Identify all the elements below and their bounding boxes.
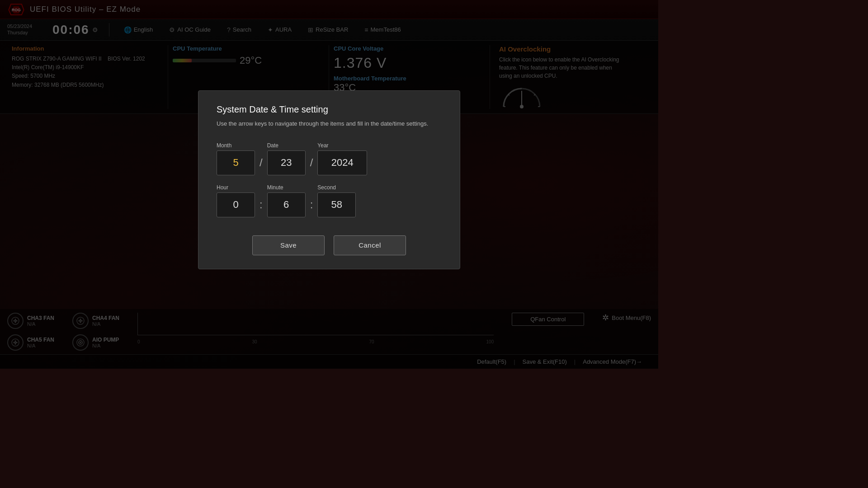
save-button[interactable]: Save: [252, 235, 325, 255]
year-label: Year: [317, 142, 367, 149]
minute-group: Minute: [267, 184, 306, 217]
date-sep-1: /: [259, 148, 263, 169]
hour-group: Hour: [217, 184, 255, 217]
second-label: Second: [317, 184, 356, 191]
minute-label: Minute: [267, 184, 306, 191]
time-sep-1: :: [259, 190, 263, 211]
button-row: Save Cancel: [217, 235, 442, 255]
datetime-modal: System Date & Time setting Use the arrow…: [198, 90, 460, 269]
date-label: Date: [267, 142, 306, 149]
modal-overlay: System Date & Time setting Use the arrow…: [0, 0, 658, 369]
month-group: Month: [217, 142, 255, 175]
month-label: Month: [217, 142, 255, 149]
month-input[interactable]: [217, 150, 255, 175]
modal-title: System Date & Time setting: [217, 104, 442, 115]
date-time-grid: Month / Date / Year Hour: [217, 142, 442, 217]
time-sep-2: :: [310, 190, 313, 211]
hour-input[interactable]: [217, 192, 255, 217]
date-group: Date: [267, 142, 306, 175]
date-sep-2: /: [310, 148, 313, 169]
second-group: Second: [317, 184, 356, 217]
minute-input[interactable]: [267, 192, 306, 217]
year-input[interactable]: [317, 150, 367, 175]
time-field-row: Hour : Minute : Second: [217, 184, 442, 217]
date-input[interactable]: [267, 150, 306, 175]
cancel-button[interactable]: Cancel: [334, 235, 406, 255]
hour-label: Hour: [217, 184, 255, 191]
date-field-row: Month / Date / Year: [217, 142, 442, 175]
year-group: Year: [317, 142, 367, 175]
second-input[interactable]: [317, 192, 356, 217]
modal-desc: Use the arrow keys to navigate through t…: [217, 119, 442, 129]
